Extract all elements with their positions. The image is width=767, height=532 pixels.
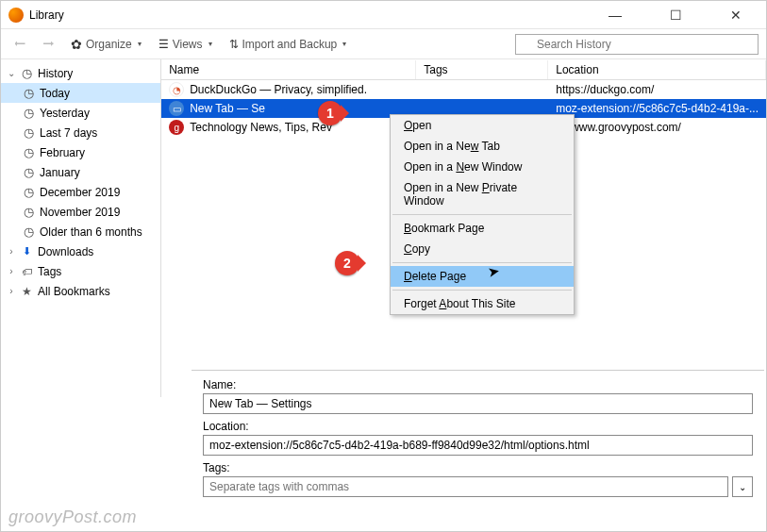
col-name[interactable]: Name [161, 60, 416, 79]
watermark: groovyPost.com [8, 507, 137, 527]
ctx-open-private[interactable]: Open in a New Private Window [391, 177, 574, 211]
ctx-open-newtab[interactable]: Open in a New Tab [391, 136, 574, 157]
sidebar-older[interactable]: Older than 6 months [1, 222, 160, 241]
details-location-input[interactable] [203, 435, 753, 456]
search-wrap: ⌕ [515, 34, 759, 55]
ctx-separator [392, 262, 572, 263]
sidebar-today[interactable]: Today [1, 83, 160, 103]
maximize-button[interactable]: ☐ [657, 2, 694, 28]
callout-1: 1 [318, 101, 342, 125]
sidebar-yesterday[interactable]: Yesterday [1, 103, 160, 123]
sidebar-bookmarks[interactable]: ›All Bookmarks [1, 281, 160, 301]
sidebar-feb[interactable]: February [1, 142, 160, 162]
favicon-newtab: ▭ [169, 101, 184, 116]
clock-icon [22, 165, 36, 179]
minimize-button[interactable]: — [596, 2, 634, 28]
ctx-open-newwindow[interactable]: Open in a New Window [391, 157, 574, 177]
row-name: DuckDuckGo — Privacy, simplified. [190, 83, 424, 96]
context-menu: Open Open in a New Tab Open in a New Win… [390, 114, 575, 315]
toolbar: 🠔 🠖 Organize▾ Views▾ Import and Backup▾ … [1, 29, 766, 59]
sidebar-item-label: December 2019 [40, 186, 120, 199]
sidebar-tags[interactable]: ›Tags [1, 261, 160, 281]
row-location: moz-extension://5c86c7c5-d4b2-419a-... [556, 102, 766, 115]
star-icon [20, 284, 34, 298]
sidebar-item-label: January [40, 166, 80, 179]
details-pane: Name: Location: Tags: ⌄ [192, 370, 764, 510]
sidebar-history[interactable]: ⌄History [1, 63, 160, 83]
sidebar-item-label: Today [40, 87, 70, 100]
close-button[interactable]: ✕ [717, 2, 755, 28]
window-title: Library [29, 8, 64, 22]
details-name-input[interactable] [203, 393, 753, 414]
gear-icon [71, 37, 82, 52]
title-bar: Library — ☐ ✕ [1, 1, 766, 29]
sidebar-downloads[interactable]: ›Downloads [1, 241, 160, 261]
import-icon [229, 38, 239, 51]
row-name: Technology News, Tips, Rev [190, 121, 424, 134]
details-name-label: Name: [203, 378, 753, 391]
clock-icon [20, 66, 34, 80]
sidebar-item-label: Older than 6 months [40, 225, 142, 239]
clock-icon [22, 86, 36, 100]
details-tags-input[interactable] [203, 476, 728, 497]
row-location: s://www.groovypost.com/ [556, 121, 766, 134]
clock-icon [22, 185, 36, 199]
ctx-delete-page[interactable]: Delete Page [391, 266, 574, 287]
tag-icon [20, 264, 34, 278]
download-icon [20, 244, 34, 258]
sidebar-tags-label: Tags [38, 265, 61, 278]
column-headers: Name Tags Location [161, 59, 766, 80]
ctx-copy[interactable]: Copy [391, 239, 574, 259]
firefox-icon [8, 8, 24, 23]
clock-icon [22, 145, 36, 159]
views-label: Views [173, 38, 203, 51]
row-location: https://duckgo.com/ [556, 83, 766, 96]
sidebar-item-label: Yesterday [40, 107, 90, 120]
ctx-separator [392, 290, 572, 291]
import-backup-button[interactable]: Import and Backup▾ [224, 34, 353, 55]
forward-button: 🠖 [37, 34, 59, 55]
list-icon [158, 38, 169, 51]
sidebar-nov19[interactable]: November 2019 [1, 202, 160, 222]
details-tags-label: Tags: [203, 461, 753, 474]
sidebar-history-label: History [38, 67, 73, 80]
ctx-bookmark[interactable]: Bookmark Page [391, 218, 574, 239]
import-label: Import and Backup [242, 38, 338, 51]
history-row[interactable]: ◔ DuckDuckGo — Privacy, simplified. http… [161, 80, 766, 99]
callout-2: 2 [335, 251, 359, 275]
back-button[interactable]: 🠔 [8, 34, 31, 55]
window-controls: — ☐ ✕ [596, 2, 759, 28]
favicon-ddg: ◔ [169, 82, 184, 97]
sidebar-jan[interactable]: January [1, 162, 160, 182]
col-location[interactable]: Location [548, 60, 766, 79]
ctx-forget[interactable]: Forget About This Site [391, 293, 574, 314]
sidebar-item-label: Last 7 days [40, 126, 97, 140]
clock-icon [22, 205, 36, 219]
sidebar-bookmarks-label: All Bookmarks [38, 285, 110, 298]
ctx-separator [392, 214, 572, 215]
organize-button[interactable]: Organize▾ [65, 33, 147, 56]
row-name: New Tab — Se [190, 102, 424, 115]
sidebar: ⌄History Today Yesterday Last 7 days Feb… [1, 59, 161, 397]
ctx-open[interactable]: Open [391, 115, 574, 136]
clock-icon [22, 106, 36, 120]
clock-icon [22, 125, 36, 140]
sidebar-dec19[interactable]: December 2019 [1, 182, 160, 202]
search-input[interactable] [515, 34, 759, 55]
organize-label: Organize [86, 38, 132, 51]
views-button[interactable]: Views▾ [153, 34, 218, 55]
sidebar-item-label: November 2019 [40, 206, 120, 219]
col-tags[interactable]: Tags [416, 60, 548, 79]
clock-icon [22, 224, 36, 239]
tags-dropdown-button[interactable]: ⌄ [732, 476, 753, 497]
sidebar-item-label: February [40, 146, 85, 159]
favicon-groovy: g [169, 120, 184, 135]
details-location-label: Location: [203, 420, 753, 433]
sidebar-downloads-label: Downloads [38, 245, 93, 258]
body: ⌄History Today Yesterday Last 7 days Feb… [1, 59, 766, 397]
sidebar-last7[interactable]: Last 7 days [1, 123, 160, 142]
